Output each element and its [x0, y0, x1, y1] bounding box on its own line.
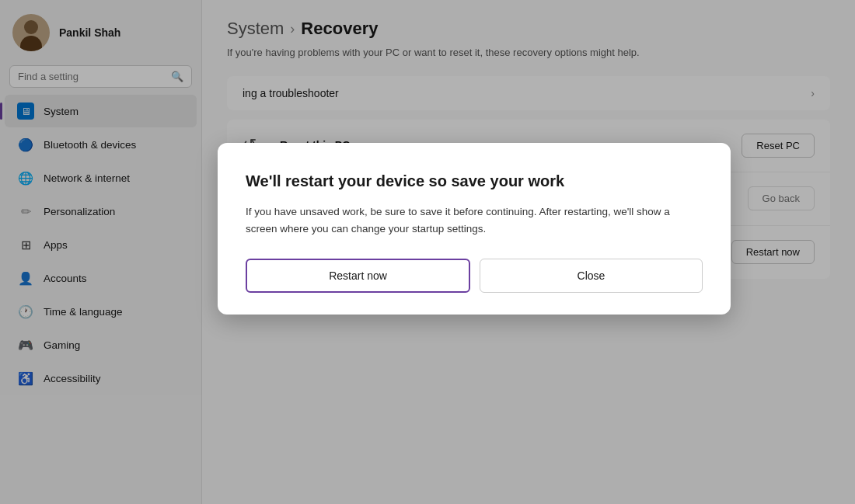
dialog-title: We'll restart your device so save your w… [246, 171, 703, 191]
dialog-restart-button[interactable]: Restart now [246, 259, 470, 293]
dialog-close-button[interactable]: Close [480, 259, 703, 293]
restart-dialog: We'll restart your device so save your w… [218, 143, 731, 315]
dialog-body: If you have unsaved work, be sure to sav… [246, 203, 703, 237]
dialog-overlay: We'll restart your device so save your w… [0, 0, 855, 504]
dialog-actions: Restart now Close [246, 259, 703, 293]
